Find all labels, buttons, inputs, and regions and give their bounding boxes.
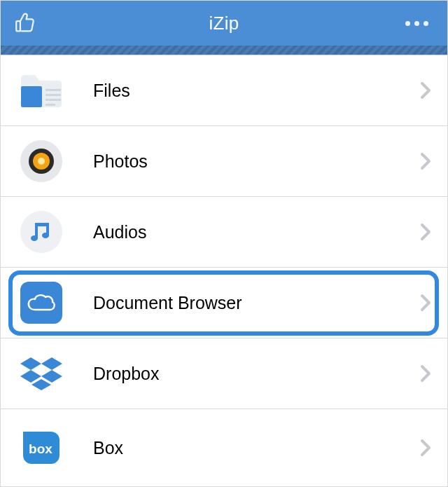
svg-rect-2 (46, 94, 61, 96)
svg-marker-15 (20, 370, 41, 383)
chevron-right-icon (412, 439, 439, 457)
app-title: iZip (209, 13, 239, 34)
menu-list: Files (1, 55, 447, 486)
svg-rect-4 (46, 104, 55, 106)
chevron-right-icon (412, 364, 439, 383)
svg-marker-17 (31, 379, 51, 390)
thumbs-up-icon (13, 11, 37, 35)
more-icon (405, 21, 410, 26)
chevron-right-icon (412, 81, 439, 100)
menu-item-label: Document Browser (93, 293, 242, 313)
svg-rect-0 (21, 86, 42, 107)
dropbox-icon (13, 355, 69, 392)
header-bar: iZip (1, 1, 447, 46)
files-icon (13, 72, 69, 109)
menu-item-audios[interactable]: Audios (1, 197, 447, 268)
svg-rect-1 (46, 89, 61, 91)
svg-point-7 (38, 158, 45, 165)
svg-marker-16 (41, 370, 62, 383)
menu-item-label: Dropbox (93, 364, 160, 383)
svg-point-12 (42, 233, 49, 238)
chevron-right-icon (412, 294, 439, 312)
audios-icon (13, 211, 69, 253)
more-button[interactable] (403, 1, 430, 46)
decorative-strip (1, 46, 447, 55)
menu-item-box[interactable]: box Box (1, 409, 447, 486)
svg-marker-14 (41, 357, 62, 370)
svg-point-11 (31, 235, 38, 241)
menu-item-label: Box (93, 438, 123, 458)
svg-text:box: box (29, 441, 52, 456)
menu-item-photos[interactable]: Photos (1, 126, 447, 197)
more-icon (424, 21, 428, 26)
svg-rect-3 (46, 99, 61, 101)
box-icon: box (13, 429, 69, 467)
app-screen: iZip (0, 0, 448, 487)
menu-item-label: Photos (93, 151, 148, 171)
menu-item-dropbox[interactable]: Dropbox (1, 338, 447, 409)
more-icon (414, 21, 419, 26)
menu-item-label: Files (93, 81, 130, 100)
menu-item-document-browser[interactable]: Document Browser (1, 268, 447, 338)
cloud-icon (13, 282, 69, 324)
chevron-right-icon (412, 223, 439, 241)
svg-marker-13 (20, 357, 41, 370)
like-button[interactable] (13, 1, 37, 46)
menu-item-label: Audios (93, 222, 146, 242)
chevron-right-icon (412, 152, 439, 170)
menu-item-files[interactable]: Files (1, 55, 447, 126)
photos-icon (13, 140, 69, 182)
